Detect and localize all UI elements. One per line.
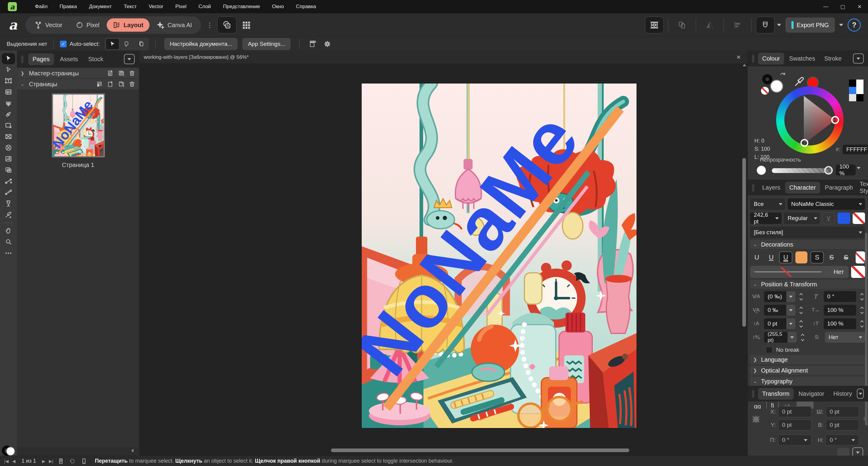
leading-field[interactable]: (255,5 pt) <box>764 332 797 343</box>
notes-tool[interactable] <box>2 164 15 176</box>
move-tool[interactable] <box>2 53 15 64</box>
character-panel-toggle-button[interactable]: A <box>217 17 237 33</box>
position-transform-section-header[interactable]: ⌄Position & Transform <box>750 280 866 289</box>
leading-spinner[interactable] <box>799 332 806 343</box>
settings-gear-button[interactable] <box>320 38 334 50</box>
opacity-value-field[interactable]: 100 % <box>836 164 856 176</box>
add-page-icon[interactable] <box>107 81 114 87</box>
menu-window[interactable]: Окно <box>267 2 289 11</box>
page-1-label[interactable]: Страница 1 <box>17 161 139 168</box>
menu-pixel[interactable]: Pixel <box>170 2 191 11</box>
baseline-field[interactable]: 0 pt <box>764 318 795 329</box>
fill-colour-well[interactable] <box>6 447 15 456</box>
scroll-left-arrow[interactable] <box>131 449 133 453</box>
tab-colour[interactable]: Colour <box>758 53 784 64</box>
tab-transform[interactable]: Transform <box>758 388 794 400</box>
stroke-style-dropdown[interactable]: Нет <box>750 266 849 278</box>
hex-input[interactable]: FFFFFF <box>843 145 868 154</box>
tab-stock[interactable]: Stock <box>84 53 107 65</box>
swatch-blue[interactable] <box>849 87 856 94</box>
swatch-white-2[interactable] <box>856 87 864 94</box>
node-tool[interactable] <box>2 64 15 75</box>
persona-canva-ai[interactable]: Canva AI <box>151 19 198 32</box>
select-lasso-mode-button[interactable] <box>120 38 134 50</box>
export-options-chevron[interactable] <box>839 24 843 26</box>
panel-grip[interactable] <box>21 56 24 63</box>
baseline-spinner[interactable] <box>798 318 804 330</box>
panel-grip[interactable] <box>752 184 754 192</box>
tab-history[interactable]: History <box>829 388 856 400</box>
tab-stroke[interactable]: Stroke <box>820 53 846 64</box>
next-page-button[interactable]: ▶ <box>42 459 45 464</box>
duplicate-page-icon[interactable] <box>118 70 124 76</box>
special-dropdown[interactable]: Нет <box>825 332 865 343</box>
no-colour-swatch[interactable] <box>761 87 769 95</box>
vertical-scale-spinner[interactable] <box>859 318 865 330</box>
first-page-button[interactable]: |◀ <box>4 459 8 464</box>
export-png-button[interactable]: Export PNG <box>785 18 835 33</box>
menu-view[interactable]: Представление <box>218 2 265 11</box>
menu-edit[interactable]: Правка <box>55 2 82 11</box>
point-transform-tool[interactable] <box>2 176 15 187</box>
kerning-spinner[interactable] <box>798 291 804 302</box>
canvas-area[interactable]: working-with-layers [Заблокировано] @ 56… <box>140 51 747 456</box>
opacity-slider-handle[interactable] <box>824 166 833 175</box>
text-fill-swatch[interactable] <box>838 213 850 224</box>
anchor-page-icon[interactable] <box>96 81 103 87</box>
gradient-tool[interactable] <box>2 187 15 198</box>
swatch-grey[interactable] <box>849 94 856 101</box>
tab-character[interactable]: Character <box>785 182 820 193</box>
font-weight-dropdown[interactable]: Regular <box>784 213 819 224</box>
panel-grip[interactable] <box>752 55 754 63</box>
select-object-mode-button[interactable] <box>105 38 119 50</box>
app-settings-button[interactable]: App Settings... <box>242 38 290 50</box>
y-field[interactable]: 0 pt <box>778 420 811 430</box>
horizontal-scrollbar[interactable] <box>130 448 746 453</box>
shape-builder-tool[interactable] <box>2 98 15 109</box>
panel-grip[interactable] <box>752 390 754 398</box>
more-personas-menu[interactable]: ⋮ <box>207 24 213 27</box>
menu-help[interactable]: Справка <box>291 2 321 11</box>
maximize-button[interactable]: ▢ <box>834 0 851 13</box>
auto-select-checkbox[interactable]: ✓ <box>60 41 67 47</box>
page-1-thumbnail[interactable] <box>52 93 105 157</box>
font-collection-dropdown[interactable]: Все <box>750 198 785 210</box>
tab-text-styles[interactable]: Text Styles <box>858 178 868 197</box>
menu-layer[interactable]: Слой <box>194 2 216 11</box>
opacity-full-button[interactable] <box>757 166 766 175</box>
colour-wheel[interactable] <box>776 86 844 154</box>
horizontal-scale-spinner[interactable] <box>859 305 865 316</box>
underline-single-button[interactable]: U <box>765 251 778 263</box>
menu-file[interactable]: Файл <box>30 2 53 11</box>
snapping-options-chevron[interactable] <box>777 24 781 26</box>
vertical-type-button[interactable]: V <box>822 212 835 224</box>
panel-menu-button[interactable] <box>124 54 135 64</box>
anchor-point-selector[interactable] <box>752 410 760 428</box>
help-button[interactable]: ? <box>847 19 861 32</box>
optical-alignment-section-header[interactable]: ❯Optical Alignment <box>750 366 866 375</box>
snapping-button[interactable] <box>756 17 775 33</box>
tab-navigator[interactable]: Navigator <box>794 388 829 400</box>
shear-spinner[interactable] <box>859 291 865 302</box>
transform-panel-menu-button[interactable] <box>857 389 864 399</box>
tab-swatches[interactable]: Swatches <box>785 53 819 64</box>
swap-colours-icon[interactable] <box>779 72 786 79</box>
view-tool[interactable] <box>2 225 15 236</box>
transparency-tool[interactable] <box>2 198 15 209</box>
menu-text[interactable]: Текст <box>119 2 142 11</box>
frame-text-tool[interactable] <box>2 75 15 87</box>
close-button[interactable]: ✕ <box>851 0 868 13</box>
kerning-field[interactable]: (0 ‰) <box>764 291 795 302</box>
rectangle-tool[interactable] <box>2 120 15 131</box>
menu-vector[interactable]: Vector <box>144 2 168 11</box>
more-tools-button[interactable] <box>2 247 15 259</box>
flip-button[interactable] <box>701 17 719 33</box>
vertical-scroll-thumb[interactable] <box>742 158 746 327</box>
horizontal-scale-field[interactable]: 100 % <box>824 305 856 316</box>
preview-mode-button[interactable] <box>645 17 664 33</box>
vertical-scale-field[interactable]: 100 % <box>824 318 856 329</box>
strikethrough-colour-none[interactable] <box>856 251 865 263</box>
fill-stroke-selector[interactable] <box>2 445 15 456</box>
underline-none-button[interactable]: U <box>750 251 764 263</box>
opacity-slider[interactable] <box>772 168 832 173</box>
